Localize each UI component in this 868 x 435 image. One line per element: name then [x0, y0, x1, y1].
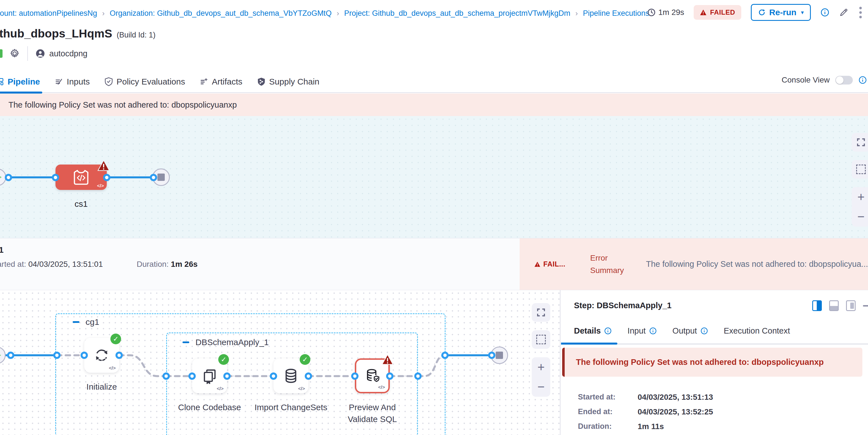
pipeline-title: ithub_dbops_LHqmS: [0, 27, 112, 40]
connector-port[interactable]: [414, 372, 422, 380]
connector-port[interactable]: [305, 372, 312, 380]
panel-tab-input[interactable]: Input: [627, 326, 657, 336]
error-summary-text: The following Policy Set was not adhered…: [646, 259, 868, 269]
connector-port[interactable]: [188, 372, 196, 380]
connector-port[interactable]: [53, 352, 61, 359]
connector-port[interactable]: [270, 372, 277, 380]
execution-duration-value: 1m 29s: [658, 8, 684, 17]
success-badge-icon: ✓: [300, 354, 310, 365]
zoom-in-button[interactable]: +: [537, 360, 545, 374]
console-view-toggle[interactable]: [835, 76, 853, 85]
tab-artifacts-label: Artifacts: [212, 77, 242, 87]
connector-port[interactable]: [488, 352, 495, 359]
layout-right-panel-icon[interactable]: [812, 300, 822, 311]
pipeline-icon: [0, 77, 4, 86]
fail-chip: FAIL...: [534, 260, 565, 268]
layout-bottom-panel-icon[interactable]: [829, 300, 839, 311]
caret-down-icon[interactable]: ▾: [801, 9, 804, 16]
tab-supply-chain[interactable]: Supply Chain: [257, 71, 319, 92]
stage-name: 1: [0, 245, 4, 255]
stage-status-bar: 1 arted at: 04/03/2025, 13:51:01 Duratio…: [0, 238, 868, 290]
connector-port[interactable]: [150, 174, 157, 181]
build-id: (Build Id: 1): [117, 31, 155, 39]
chevron-right-icon: ›: [337, 9, 339, 18]
stage-graph-canvas[interactable]: </> cs1 + −: [0, 116, 868, 238]
error-badge-icon: [382, 354, 394, 365]
warning-triangle-icon: [700, 9, 707, 15]
connector-port[interactable]: [7, 352, 14, 359]
minimize-panel-icon[interactable]: [863, 305, 868, 307]
info-icon[interactable]: [701, 327, 708, 335]
fail-chip-label: FAIL...: [543, 260, 565, 268]
zoom-out-button[interactable]: −: [537, 380, 545, 394]
marquee-select-button[interactable]: [852, 160, 868, 179]
panel-tab-output-label: Output: [673, 326, 697, 336]
detail-value: 1m 11s: [638, 422, 664, 431]
execution-duration: 1m 29s: [647, 8, 684, 17]
panel-tab-output[interactable]: Output: [673, 326, 708, 336]
connector-port[interactable]: [162, 372, 170, 380]
artifacts-list-icon: [200, 77, 208, 86]
panel-tab-details[interactable]: Details: [574, 326, 612, 336]
step-graph-canvas[interactable]: cg1 DBSchemaApply_1 </> ✓ Initialize </>…: [0, 290, 560, 435]
detail-row-started: Started at: 04/03/2025, 13:51:13: [578, 393, 713, 402]
trigger-user: autocdpng: [35, 49, 87, 59]
refresh-icon: [758, 8, 766, 16]
inputs-icon: [55, 77, 63, 86]
tab-inputs[interactable]: Inputs: [55, 71, 90, 92]
info-icon[interactable]: [859, 76, 867, 84]
info-icon[interactable]: [604, 327, 612, 335]
success-badge-icon: ✓: [111, 334, 121, 344]
zoom-in-button[interactable]: +: [857, 190, 865, 204]
zoom-out-button[interactable]: −: [857, 210, 865, 224]
edit-pencil-icon[interactable]: [839, 8, 848, 17]
marquee-icon: [856, 164, 866, 174]
more-options-icon[interactable]: [858, 6, 863, 20]
active-tab-underline: [0, 92, 42, 94]
connector-port[interactable]: [386, 372, 394, 380]
code-glyph: </>: [217, 386, 224, 392]
execution-tabs: Pipeline Inputs Policy Evaluations Art: [0, 71, 868, 93]
play-icon: [0, 351, 1, 360]
trigger-user-name: autocdpng: [49, 49, 87, 58]
top-bar: count: automationPipelinesNg › Organizat…: [0, 0, 868, 27]
gear-icon[interactable]: [9, 48, 20, 59]
success-badge-icon: ✓: [218, 354, 229, 365]
rerun-button[interactable]: Re-run ▾: [751, 4, 811, 21]
rerun-button-label: Re-run: [769, 8, 797, 17]
stage-duration: Duration: 1m 26s: [136, 260, 197, 269]
stop-icon: [496, 352, 503, 359]
error-summary-label: Error Summary: [590, 252, 629, 276]
tab-pipeline[interactable]: Pipeline: [0, 71, 40, 92]
marquee-select-button[interactable]: [532, 330, 550, 349]
connector-port[interactable]: [5, 174, 12, 181]
info-icon[interactable]: [649, 327, 657, 335]
connector-port[interactable]: [223, 372, 231, 380]
policy-violation-banner: The following Policy Set was not adhered…: [0, 94, 868, 116]
tab-artifacts[interactable]: Artifacts: [200, 71, 242, 92]
detail-row-ended: Ended at: 04/03/2025, 13:52:25: [578, 407, 713, 416]
stage-error-strip: FAIL... Error Summary The following Poli…: [520, 238, 868, 290]
info-icon[interactable]: [820, 8, 829, 17]
connector-port[interactable]: [116, 352, 123, 359]
zoom-controls: + −: [852, 187, 868, 226]
fullscreen-button[interactable]: [852, 133, 868, 152]
layout-floating-panel-icon[interactable]: [846, 300, 856, 311]
connector-port[interactable]: [81, 352, 88, 359]
collapse-icon[interactable]: [73, 321, 80, 323]
fullscreen-button[interactable]: [532, 303, 550, 322]
tab-policy-evaluations[interactable]: Policy Evaluations: [104, 71, 185, 92]
connector-port[interactable]: [351, 372, 359, 380]
breadcrumb-account[interactable]: count: automationPipelinesNg: [0, 9, 97, 18]
zoom-controls: + −: [532, 357, 550, 397]
panel-tab-execution-context[interactable]: Execution Context: [724, 326, 790, 336]
tab-policy-evaluations-label: Policy Evaluations: [117, 77, 185, 87]
connector-port[interactable]: [441, 352, 448, 359]
collapse-icon[interactable]: [183, 341, 189, 343]
graph-edge: [107, 176, 155, 178]
breadcrumb-pipeline-executions[interactable]: Pipeline Executions: [583, 9, 649, 18]
breadcrumb-project[interactable]: Project: Github_db_devops_aut_db_schema_…: [344, 9, 570, 18]
breadcrumb-organization[interactable]: Organization: Github_db_devops_aut_db_sc…: [110, 9, 332, 18]
connector-port[interactable]: [103, 174, 111, 181]
connector-port[interactable]: [52, 174, 59, 181]
